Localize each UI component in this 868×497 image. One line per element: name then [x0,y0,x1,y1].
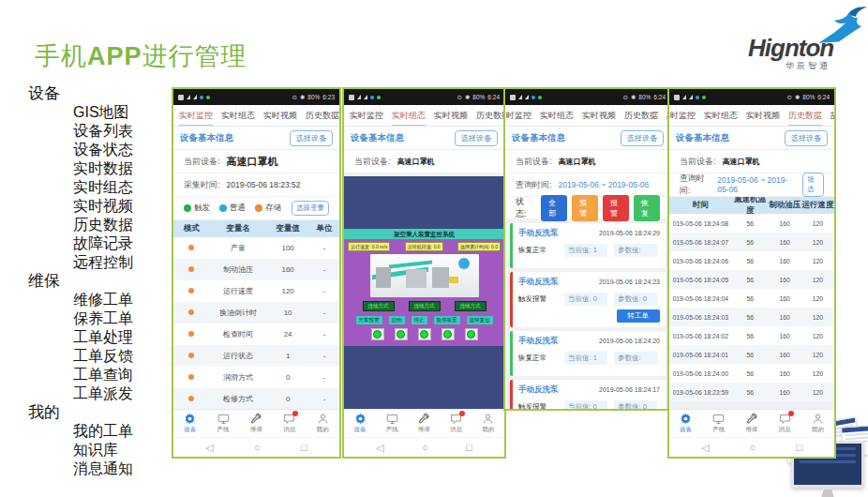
tab-故障记录[interactable]: 故障记录 [831,105,834,127]
tab-实时视频[interactable]: 实时视频 [263,105,297,127]
mode-cell [173,352,210,360]
gearbox-temp: 56 [732,352,769,358]
brake-pressure: 160 [769,277,801,283]
tab-实时视频[interactable]: 实时视频 [582,105,616,127]
run-speed: 120 [801,370,834,377]
nav-item-消息[interactable]: 消息 [769,410,801,437]
nav-item-维保[interactable]: 维保 [735,410,768,437]
query-time-value[interactable]: 2019-05-06 ~ 2019-05-06 [559,180,650,189]
tab-历史数据[interactable]: 历史数据 [788,105,822,127]
filter-恢复[interactable]: 恢复 [634,195,660,221]
select-variable-button[interactable]: 选择变量 [292,201,329,216]
query-time-value[interactable]: 2019-05-06 ~ 2019-05-06 [717,175,796,194]
android-recents-button[interactable]: □ [466,442,472,453]
tab-实时监控[interactable]: 实时监控 [669,105,696,127]
wrench-icon [250,413,262,425]
table-row: 019-05-06 18:24:0756160120 [669,233,834,251]
current-value: 当前值: 0 [564,400,607,409]
nav-item-我的[interactable]: 我的 [307,410,339,437]
brand-logo: Hignton 华辰智通 [748,13,865,79]
indicator-lamp [441,328,455,340]
nav-item-产线[interactable]: 产线 [702,410,735,437]
android-home-button[interactable]: ○ [422,442,428,453]
storage-mode-icon [188,331,194,337]
storage-mode-icon [188,396,194,401]
android-back-button[interactable]: ◁ [205,442,213,454]
android-nav-bar: ◁○□ [173,437,339,457]
brake-pressure: 160 [769,389,801,396]
variable-name: 检查时间 [210,329,266,339]
tab-历史数据[interactable]: 历史数据 [476,105,504,127]
nav-item-设备[interactable]: 设备 [344,410,376,437]
alarm-status: 触发报警 [518,402,558,409]
filter-报警[interactable]: 报警 [603,195,629,221]
tab-实时监控[interactable]: 实时监控 [179,105,213,127]
nav-item-维保[interactable]: 维保 [408,410,440,437]
outline-item: 设备状态 [28,141,133,159]
android-back-button[interactable]: ◁ [701,442,709,454]
nav-item-维保[interactable]: 维保 [240,410,273,437]
scada-control-故障复位[interactable]: 故障复位 [467,316,493,324]
tab-实时组态[interactable]: 实时组态 [540,105,574,127]
scada-mode-button[interactable]: 连续方式 [409,301,441,311]
nav-item-产线[interactable]: 产线 [376,410,408,437]
android-status-bar: ⊙ ✱ 80% 6:24 [344,89,504,105]
table-row: 检查时间24- [173,324,339,345]
device-label: 当前设备: [184,156,220,168]
tab-实时监控[interactable]: 实时监控 [350,105,383,127]
mode-cell [173,287,210,295]
tab-bar: 实时监控实时组态实时视频历史数据故障记录远程控制 [505,105,670,127]
tab-实时监控[interactable]: 实时监控 [505,105,531,127]
tab-实时组态[interactable]: 实时组态 [392,105,426,127]
tab-实时组态[interactable]: 实时组态 [221,105,255,127]
tab-历史数据[interactable]: 历史数据 [306,105,339,127]
nav-item-我的[interactable]: 我的 [801,410,834,437]
to-workorder-button[interactable]: 转工单 [617,309,661,323]
table-row: 019-05-06 18:24:0256160120 [669,326,834,345]
column-header: 单位 [309,223,339,234]
scada-control-开车预警[interactable]: 开车预警 [356,316,382,324]
select-device-button[interactable]: 选择设备 [455,130,498,146]
outline-group-label: 维保 [28,272,133,291]
person-icon [482,413,494,425]
android-recents-button[interactable]: □ [796,442,802,453]
scada-control-启动[interactable]: 启动 [389,316,405,324]
select-device-button[interactable]: 选择设备 [785,130,828,146]
scada-control-停止[interactable]: 停止 [412,316,427,324]
android-back-button[interactable]: ◁ [376,442,383,454]
filter-button[interactable]: 筛选 [802,173,824,197]
status-dot-green-icon [206,96,210,99]
filter-全部[interactable]: 全部 [541,195,567,221]
tab-实时组态[interactable]: 实时组态 [704,105,738,127]
nav-item-我的[interactable]: 我的 [472,410,504,437]
history-time: 019-05-06 18:23:59 [669,389,732,396]
run-speed: 120 [801,258,834,264]
select-device-button[interactable]: 选择设备 [621,130,664,146]
nav-item-消息[interactable]: 消息 [441,410,472,437]
scada-control-急停装置[interactable]: 急停装置 [434,316,460,324]
android-recents-button[interactable]: □ [301,442,307,453]
legend-存储: 存储 [255,203,281,214]
phone-screenshot-fault-records: ⊙ ✱ 80% 6:24 实时监控实时组态实时视频历史数据故障记录远程控制 设备… [503,87,672,411]
tab-实时视频[interactable]: 实时视频 [434,105,468,127]
tab-实时视频[interactable]: 实时视频 [746,105,780,127]
gear-icon [184,413,196,425]
nav-item-设备[interactable]: 设备 [173,410,206,437]
table-row: 换油倒计时10- [173,302,339,324]
variable-value: 0 [266,373,309,382]
android-home-button[interactable]: ○ [254,442,261,453]
scada-mode-button[interactable]: 连续方式 [363,301,395,311]
variable-table-header: 模式变量名变量值单位 [173,220,339,237]
scada-mode-button[interactable]: 连续方式 [455,301,486,311]
gear-icon [354,413,367,425]
filter-预警[interactable]: 预警 [572,195,598,221]
nav-item-消息[interactable]: 消息 [273,410,306,437]
android-home-button[interactable]: ○ [750,442,756,453]
gearbox-temp: 56 [732,295,769,302]
tab-历史数据[interactable]: 历史数据 [624,105,658,127]
alarm-card: 手动反洗泵2019-05-06 18:24:23触发报警当前值: 0参数值: 0… [510,272,666,327]
nav-item-设备[interactable]: 设备 [669,410,702,437]
select-device-button[interactable]: 选择设备 [290,130,333,146]
brake-pressure: 160 [769,239,801,246]
nav-item-产线[interactable]: 产线 [206,410,239,437]
